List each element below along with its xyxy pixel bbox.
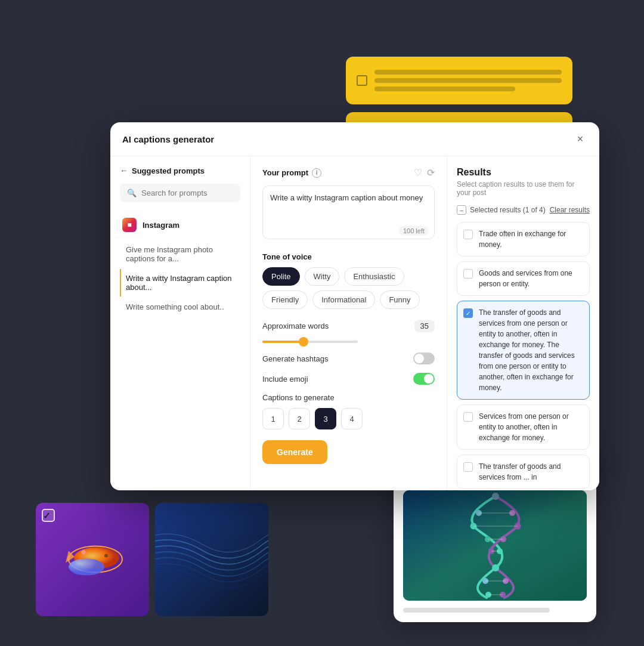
wave-svg <box>155 503 268 616</box>
tone-witty[interactable]: Witty <box>305 267 340 286</box>
bg-card-line <box>374 78 562 83</box>
search-icon: 🔍 <box>127 188 137 197</box>
ai-captions-modal: AI captions generator × ← Suggested prom… <box>110 122 599 490</box>
heart-icon[interactable]: ♡ <box>414 167 422 178</box>
result-text-3: The transfer of goods and services from … <box>479 307 583 393</box>
result-text-4: Services from one person or entity to an… <box>479 411 583 443</box>
svg-marker-3 <box>66 551 75 563</box>
result-checkbox-2[interactable] <box>463 269 473 279</box>
result-checkbox-3[interactable]: ✓ <box>463 308 473 318</box>
bg-image-card-wave <box>155 503 268 616</box>
left-panel: ← Suggested prompts 🔍 ■ Instagram Give m… <box>110 156 250 490</box>
result-checkbox-4[interactable] <box>463 412 473 422</box>
caption-count-1[interactable]: 1 <box>262 408 284 429</box>
char-count-badge: 100 left <box>399 226 429 236</box>
captions-label: Captions to generate <box>262 393 435 402</box>
result-item-4[interactable]: Services from one person or entity to an… <box>457 404 590 450</box>
prompt-textarea-wrapper: Write a witty Instagram caption about mo… <box>262 186 435 242</box>
result-item-5[interactable]: The transfer of goods and services from … <box>457 455 590 489</box>
result-text-5: The transfer of goods and services from … <box>479 461 583 483</box>
bg-image-card-purple: ✓ <box>36 503 149 616</box>
tone-section-title: Tone of voice <box>262 252 435 261</box>
result-text-1: Trade often in exchange for money. <box>479 228 583 250</box>
results-bar: – Selected results (1 of 4) Clear result… <box>457 205 590 215</box>
clear-results-button[interactable]: Clear results <box>550 206 590 214</box>
result-checkbox-5[interactable] <box>463 462 473 472</box>
caption-count-3[interactable]: 3 <box>315 408 336 429</box>
prompt-item-2[interactable]: Write a witty Instagram caption about... <box>120 269 240 296</box>
generate-button[interactable]: Generate <box>262 440 327 464</box>
dna-helix-svg <box>403 490 587 601</box>
hashtags-row: Generate hashtags <box>262 353 435 364</box>
post-caption-line <box>403 608 550 613</box>
search-input[interactable] <box>141 188 233 197</box>
platform-name: Instagram <box>143 221 179 230</box>
prompt-text-3: Write something cool about.. <box>126 302 224 311</box>
selected-icon: – <box>457 205 466 215</box>
mid-panel: Your prompt i ♡ ⟳ Write a witty Instagra… <box>250 156 447 490</box>
caption-count-4[interactable]: 4 <box>341 408 363 429</box>
hashtags-label: Generate hashtags <box>262 354 329 363</box>
slider-thumb[interactable] <box>299 337 308 347</box>
svg-point-9 <box>492 493 499 500</box>
svg-point-4 <box>104 554 108 558</box>
captions-buttons: 1 2 3 4 <box>262 408 435 429</box>
svg-point-5 <box>82 550 86 554</box>
prompt-text-2: Write a witty Instagram caption about... <box>126 274 232 292</box>
back-label: Suggested prompts <box>132 166 205 175</box>
result-item-3[interactable]: ✓ The transfer of goods and services fro… <box>457 301 590 400</box>
selected-label: Selected results (1 of 4) <box>470 206 546 214</box>
prompt-section-header: Your prompt i ♡ ⟳ <box>262 167 435 178</box>
svg-rect-6 <box>155 503 268 616</box>
svg-point-18 <box>492 564 499 571</box>
prompt-label: Your prompt i <box>262 168 321 178</box>
caption-count-2[interactable]: 2 <box>289 408 310 429</box>
tone-polite[interactable]: Polite <box>262 267 300 286</box>
slider-container <box>262 341 435 343</box>
slider-track[interactable] <box>262 341 358 343</box>
result-checkbox-1[interactable] <box>463 230 473 239</box>
modal-header: AI captions generator × <box>110 122 599 156</box>
emoji-label: Include emoji <box>262 375 308 384</box>
word-count-badge: 35 <box>414 320 435 332</box>
search-box[interactable]: 🔍 <box>120 184 240 202</box>
result-text-2: Goods and services from one person or en… <box>479 268 583 289</box>
platform-item-instagram[interactable]: ■ Instagram <box>120 213 240 237</box>
back-button[interactable]: ← Suggested prompts <box>120 166 240 175</box>
back-arrow-icon: ← <box>120 166 128 175</box>
result-item-2[interactable]: Goods and services from one person or en… <box>457 261 590 296</box>
prompt-item-3[interactable]: Write something cool about.. <box>120 298 240 316</box>
fish-icon <box>54 534 131 585</box>
prompt-item-1[interactable]: Give me Instagram photo captions for a..… <box>120 240 240 268</box>
result-item-1[interactable]: Trade often in exchange for money. <box>457 222 590 256</box>
results-subtitle: Select caption results to use them for y… <box>457 180 590 197</box>
header-icons: ♡ ⟳ <box>414 167 435 178</box>
prompt-text-1: Give me Instagram photo captions for a..… <box>126 245 213 263</box>
svg-point-2 <box>69 559 104 576</box>
modal-title: AI captions generator <box>122 134 214 144</box>
slider-wrapper: 35 <box>414 320 435 332</box>
captions-row: Captions to generate 1 2 3 4 <box>262 393 435 429</box>
tone-grid: Polite Witty Enthusiastic Friendly Infor… <box>262 267 435 309</box>
right-panel: Results Select caption results to use th… <box>447 156 599 490</box>
info-icon[interactable]: i <box>312 168 321 178</box>
image-card-checkbox[interactable]: ✓ <box>42 509 55 522</box>
emoji-row: Include emoji <box>262 373 435 385</box>
emoji-toggle[interactable] <box>413 373 435 385</box>
close-button[interactable]: × <box>573 132 587 146</box>
bg-card-line <box>374 70 562 75</box>
refresh-icon[interactable]: ⟳ <box>427 167 435 178</box>
hashtags-toggle[interactable] <box>413 353 435 364</box>
approx-words-row: Approximate words 35 <box>262 320 435 332</box>
instagram-icon: ■ <box>122 218 137 232</box>
bg-card-1-lines <box>374 70 562 91</box>
prompt-label-text: Your prompt <box>262 168 308 177</box>
tone-informational[interactable]: Informational <box>312 290 375 309</box>
approx-words-label: Approximate words <box>262 322 329 330</box>
slider-fill <box>262 341 301 343</box>
tone-funny[interactable]: Funny <box>380 290 419 309</box>
tone-friendly[interactable]: Friendly <box>262 290 308 309</box>
tone-enthusiastic[interactable]: Enthusiastic <box>344 267 404 286</box>
bg-card-1-checkbox <box>357 75 367 86</box>
bg-card-line <box>374 86 515 91</box>
